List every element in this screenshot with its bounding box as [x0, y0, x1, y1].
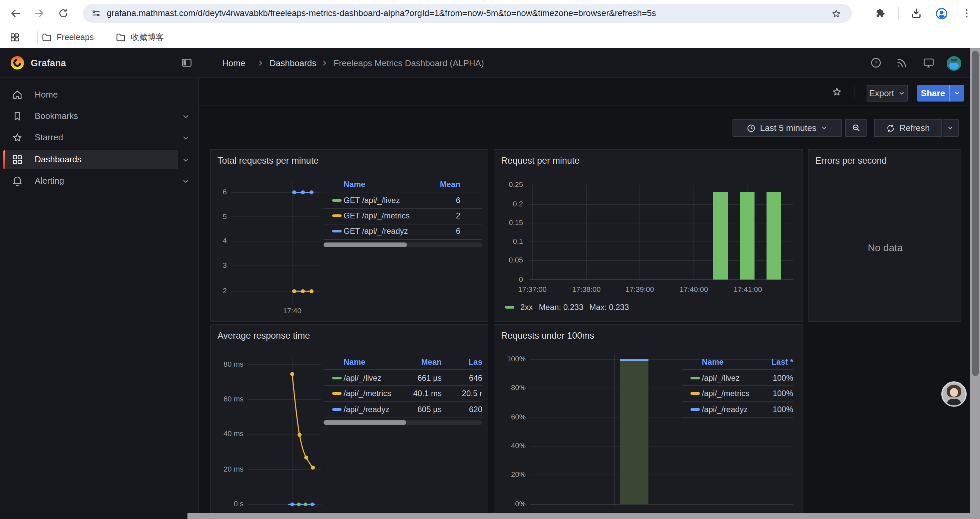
export-button[interactable]: Export: [867, 85, 908, 102]
panel-title[interactable]: Total requests per minute: [218, 156, 318, 166]
legend-header-name[interactable]: Name: [702, 357, 724, 367]
chevron-down-icon[interactable]: [181, 134, 190, 142]
line-chart[interactable]: [228, 181, 321, 309]
series-swatch[interactable]: [332, 408, 342, 411]
sidebar-toggle-icon[interactable]: [181, 57, 193, 69]
sidebar-item-bookmarks[interactable]: Bookmarks: [0, 107, 199, 126]
x-tick: 17:41:00: [728, 285, 768, 293]
apps-grid-icon[interactable]: [10, 32, 20, 43]
brand-name[interactable]: Grafana: [31, 57, 66, 68]
x-tick: 17:37:00: [512, 285, 552, 293]
legend-row-name[interactable]: /api/_/metrics: [344, 389, 391, 398]
help-icon[interactable]: ?: [870, 57, 882, 69]
legend-header-last[interactable]: Last *: [746, 357, 793, 367]
chevron-down-icon[interactable]: [181, 177, 190, 186]
legend-row-value: 6: [434, 227, 460, 236]
chevron-down-icon: [898, 89, 905, 97]
sidebar-item-home[interactable]: Home: [0, 86, 199, 104]
back-icon[interactable]: [10, 7, 21, 19]
breadcrumb-dashboards[interactable]: Dashboards: [269, 48, 316, 78]
monitor-icon[interactable]: [923, 57, 935, 69]
series-swatch[interactable]: [690, 377, 700, 379]
series-swatch[interactable]: [332, 392, 342, 395]
legend-row-name[interactable]: /api/_/readyz: [702, 405, 748, 414]
legend-row-name[interactable]: /api/_/livez: [702, 374, 740, 383]
page-vertical-scrollbar-thumb[interactable]: [972, 51, 978, 376]
refresh-interval-button[interactable]: [943, 119, 959, 137]
series-swatch[interactable]: [332, 214, 342, 217]
zoom-out-button[interactable]: [845, 119, 867, 137]
breadcrumb-home[interactable]: Home: [222, 48, 245, 78]
profile-icon[interactable]: [935, 6, 949, 21]
legend-header-mean[interactable]: Mean: [411, 180, 460, 189]
series-swatch[interactable]: [332, 230, 342, 232]
y-tick: 0: [494, 275, 523, 283]
floating-assistant-avatar[interactable]: [941, 382, 967, 407]
panel-title[interactable]: Errors per second: [815, 156, 887, 166]
legend-row-name[interactable]: /api/_/metrics: [702, 389, 749, 398]
panel-title[interactable]: Average response time: [218, 331, 310, 341]
browser-toolbar: grafana.mathmast.com/d/deytv4rwavabkb/fr…: [0, 0, 980, 27]
time-range-picker[interactable]: Last 5 minutes: [732, 119, 842, 137]
extensions-icon[interactable]: [875, 7, 886, 19]
bookmark-folder-freeleaps[interactable]: Freeleaps: [41, 27, 94, 48]
chevron-down-icon[interactable]: [181, 112, 190, 121]
site-settings-icon[interactable]: [91, 8, 102, 19]
sidebar-item-starred[interactable]: Starred: [0, 128, 199, 147]
legend-scrollbar-thumb[interactable]: [323, 420, 406, 425]
y-tick: 60 ms: [212, 395, 243, 403]
chevron-right-icon: [320, 59, 329, 67]
legend-header-name[interactable]: Name: [344, 357, 365, 367]
legend-header-name[interactable]: Name: [344, 180, 365, 189]
share-menu-button[interactable]: [949, 85, 964, 102]
legend-header-mean[interactable]: Mean: [402, 357, 442, 367]
news-rss-icon[interactable]: [896, 57, 908, 69]
y-tick: 0.15: [494, 219, 523, 227]
line-chart[interactable]: [248, 358, 321, 510]
bookmark-folder-label: Freeleaps: [57, 27, 94, 48]
legend-row-name[interactable]: /api/_/livez: [344, 374, 381, 383]
legend-scrollbar-thumb[interactable]: [323, 243, 407, 247]
user-avatar[interactable]: [947, 56, 961, 71]
legend-row-name[interactable]: /api/_/readyz: [344, 405, 389, 414]
legend-row-last: 646: [448, 374, 482, 383]
zoom-out-icon: [851, 123, 861, 133]
share-button[interactable]: Share: [917, 85, 949, 102]
sidebar-item-label: Home: [35, 86, 58, 104]
refresh-button[interactable]: Refresh: [874, 119, 942, 137]
panel-title[interactable]: Requests under 100ms: [501, 331, 594, 341]
reload-icon[interactable]: [57, 7, 69, 19]
chevron-down-icon: [953, 89, 961, 97]
y-tick: 20 ms: [212, 465, 243, 473]
favorite-star-icon[interactable]: [831, 86, 843, 97]
grafana-logo[interactable]: [10, 55, 25, 71]
legend-row-name[interactable]: GET /api/_/livez: [344, 196, 400, 205]
forward-icon[interactable]: [33, 7, 45, 19]
legend-row-name[interactable]: GET /api/_/readyz: [344, 227, 408, 236]
series-swatch[interactable]: [690, 392, 700, 395]
legend-header-last[interactable]: Las: [448, 357, 482, 367]
series-swatch[interactable]: [332, 377, 342, 379]
bookmark-icon: [11, 110, 23, 122]
legend[interactable]: 2xx Mean: 0.233 Max: 0.233: [505, 303, 629, 312]
bar-chart[interactable]: [529, 180, 793, 281]
chevron-down-icon[interactable]: [181, 156, 190, 164]
bookmark-folder-blogs[interactable]: 收藏博客: [115, 27, 164, 48]
avatar-art-body: [949, 63, 959, 69]
panel-title[interactable]: Request per minute: [501, 156, 580, 166]
sidebar-item-alerting[interactable]: Alerting: [0, 172, 199, 190]
series-swatch[interactable]: [332, 199, 342, 202]
url-text[interactable]: grafana.mathmast.com/d/deytv4rwavabkb/fr…: [107, 4, 814, 23]
bookmark-star-icon[interactable]: [830, 8, 842, 19]
area-chart[interactable]: [530, 355, 793, 509]
legend-row-name[interactable]: GET /api/_/metrics: [344, 211, 410, 220]
sidebar-item-dashboards[interactable]: Dashboards: [0, 150, 199, 169]
chevron-down-icon: [821, 124, 828, 132]
address-bar[interactable]: grafana.mathmast.com/d/deytv4rwavabkb/fr…: [83, 4, 852, 23]
y-tick: 0 s: [212, 500, 243, 508]
browser-menu-icon[interactable]: [961, 7, 973, 19]
download-icon[interactable]: [910, 7, 923, 19]
page-horizontal-scrollbar[interactable]: [188, 513, 980, 519]
series-swatch[interactable]: [690, 408, 700, 411]
breadcrumb-current: Freeleaps Metrics Dashboard (ALPHA): [334, 48, 484, 78]
